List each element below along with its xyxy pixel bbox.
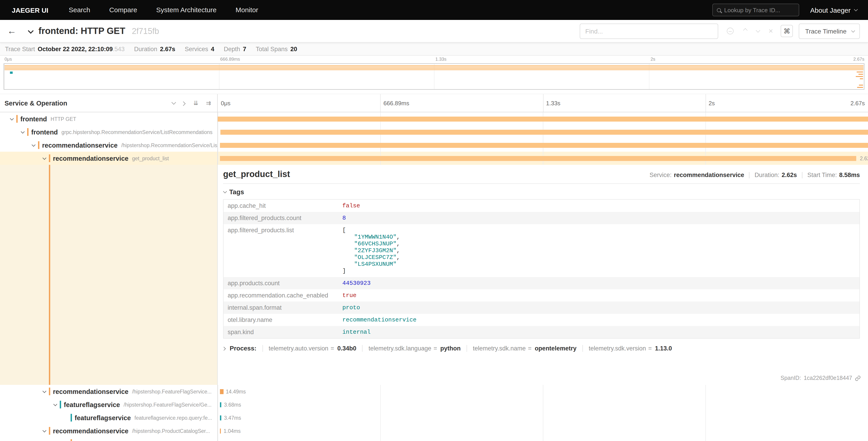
- span-bar[interactable]: [221, 129, 868, 135]
- minimap-tick: 0μs: [4, 57, 12, 62]
- span-timeline-cell[interactable]: [218, 125, 868, 139]
- expand-all-icon[interactable]: ⇉: [206, 100, 211, 106]
- span-row: recommendationservice /hipstershop.Recom…: [0, 139, 868, 152]
- span-timeline-cell[interactable]: [218, 437, 868, 441]
- span-timeline-cell[interactable]: [218, 139, 868, 152]
- span-service-name[interactable]: recommendationservice: [42, 142, 118, 149]
- span-bar[interactable]: [220, 415, 221, 420]
- span-detail-row: get_product_list Service:recommendations…: [0, 165, 868, 385]
- service-value: recommendationservice: [674, 172, 744, 178]
- span-timeline-cell[interactable]: 2.62s: [218, 152, 868, 165]
- find-result-controls: ×: [718, 27, 781, 35]
- span-toggle-icon[interactable]: [42, 390, 49, 393]
- clear-find-icon[interactable]: ×: [769, 27, 773, 35]
- span-toggle-icon[interactable]: [32, 144, 38, 146]
- app-brand[interactable]: JAEGER UI: [0, 6, 59, 14]
- collapse-trace-icon[interactable]: [28, 27, 32, 35]
- span-row: recommendationservice /hipstershop.Produ…: [0, 424, 868, 437]
- span-operation-name: /hipstershop.RecommendationService/Lis..…: [121, 142, 218, 148]
- nav-item-compare[interactable]: Compare: [100, 0, 147, 20]
- process-key: telemetry.sdk.version: [589, 345, 646, 352]
- nav-item-system-architecture[interactable]: System Architecture: [147, 0, 226, 20]
- span-timeline-cell[interactable]: [218, 112, 868, 125]
- circle-minus-icon[interactable]: [727, 28, 734, 34]
- summary-trace-start: Trace StartOctober 22 2022, 22:10:09.543: [5, 46, 125, 52]
- span-duration-label: 3.68ms: [224, 402, 241, 407]
- span-service-name[interactable]: recommendationservice: [53, 427, 128, 435]
- trace-title-text: frontend: HTTP GET: [38, 26, 125, 36]
- minimap-span-line: [4, 66, 864, 67]
- back-arrow-icon[interactable]: ←: [0, 26, 24, 36]
- minimap-canvas[interactable]: [4, 63, 864, 90]
- span-service-name[interactable]: frontend: [31, 128, 58, 136]
- span-timeline-cell[interactable]: 3.47ms: [218, 411, 868, 424]
- timeline-header: Service & Operation ⇊ ⇉ 0μs 666.89ms 1.3…: [0, 94, 868, 112]
- span-tree-cell[interactable]: frontend HTTP GET: [0, 112, 218, 125]
- about-jaeger-menu[interactable]: About Jaeger: [810, 6, 856, 14]
- span-tree-cell[interactable]: recommendationservice /hipstershop.Produ…: [0, 424, 218, 437]
- span-bar[interactable]: [220, 143, 868, 148]
- span-duration-label: 3.47ms: [224, 415, 241, 420]
- span-tree-cell[interactable]: recommendationservice /hipstershop.Featu…: [0, 385, 218, 398]
- span-bar[interactable]: [220, 156, 857, 161]
- previous-result-icon[interactable]: [743, 28, 748, 33]
- nav-item-search[interactable]: Search: [59, 0, 100, 20]
- span-tree-cell[interactable]: featureflagservice featureflagservice.re…: [0, 411, 218, 424]
- span-bar[interactable]: [220, 428, 221, 433]
- span-tree-cell[interactable]: recommendationservice /hipstershop.Recom…: [0, 139, 218, 152]
- span-service-name[interactable]: recommendationservice: [53, 388, 128, 395]
- span-toggle-icon[interactable]: [10, 118, 16, 120]
- span-toggle-icon[interactable]: [42, 430, 49, 432]
- span-bar[interactable]: [220, 402, 221, 407]
- collapse-all-icon[interactable]: ⇊: [193, 100, 198, 106]
- tag-key: app.recommendation.cache_enabled: [223, 289, 338, 301]
- span-bar[interactable]: [220, 389, 223, 394]
- span-timeline-cell[interactable]: 3.68ms: [218, 398, 868, 411]
- span-bar[interactable]: [218, 116, 868, 121]
- next-result-icon[interactable]: [756, 28, 760, 33]
- span-operation-name: HTTP GET: [51, 116, 76, 122]
- process-label: Process:: [230, 345, 256, 352]
- selected-span-guide-line: [49, 165, 50, 385]
- tag-json-list-value: ["1YMWWN1N4O","66VCHSJNUP","2ZYFJ3GM2N",…: [342, 227, 855, 274]
- tags-accordion[interactable]: Tags: [223, 188, 860, 196]
- span-timeline-cell[interactable]: 14.49ms: [218, 385, 868, 398]
- span-service-name[interactable]: featureflagservice: [75, 414, 131, 421]
- timeline-ruler: 0μs 666.89ms 1.33s 2s 2.67s: [218, 94, 868, 112]
- link-icon[interactable]: [855, 375, 861, 381]
- span-service-name[interactable]: frontend: [20, 115, 47, 122]
- minimap-span-line: [4, 68, 864, 69]
- meta-separator: [749, 172, 750, 178]
- trace-minimap: 0μs 666.89ms 1.33s 2s 2.67s: [0, 56, 868, 91]
- summary-total-spans: Total Spans20: [256, 46, 297, 52]
- span-tree-cell[interactable]: featureflagservice /hipstershop.FeatureF…: [0, 398, 218, 411]
- equals-sign: =: [434, 345, 437, 352]
- chevron-down-icon: [851, 29, 855, 32]
- tag-value: true: [342, 292, 356, 299]
- find-bar: × ⌘ Trace Timeline: [580, 23, 868, 39]
- trace-lookup-input[interactable]: [724, 6, 795, 13]
- tag-row: app.products.count 44530923: [223, 277, 860, 289]
- trace-view-selector[interactable]: Trace Timeline: [799, 23, 860, 39]
- keyboard-shortcuts-button[interactable]: ⌘: [781, 25, 793, 37]
- span-toggle-icon[interactable]: [21, 131, 27, 133]
- nav-right-group: About Jaeger: [713, 4, 868, 16]
- process-value: 0.34b0: [337, 345, 356, 352]
- span-toggle-icon[interactable]: [53, 404, 60, 406]
- collapse-one-icon[interactable]: [172, 100, 176, 105]
- summary-value: 4: [211, 46, 214, 52]
- find-input[interactable]: [580, 23, 718, 39]
- span-service-name[interactable]: recommendationservice: [53, 155, 128, 162]
- process-accordion[interactable]: Process: telemetry.auto.version=0.34b0 t…: [223, 345, 860, 352]
- span-tree-cell[interactable]: [0, 437, 218, 441]
- span-tree-cell[interactable]: recommendationservice get_product_list: [0, 152, 218, 165]
- span-tree-cell[interactable]: frontend grpc.hipstershop.Recommendation…: [0, 125, 218, 139]
- span-service-name[interactable]: featureflagservice: [64, 401, 120, 408]
- span-toggle-icon[interactable]: [42, 157, 49, 159]
- nav-item-monitor[interactable]: Monitor: [226, 0, 268, 20]
- span-timeline-cell[interactable]: 1.04ms: [218, 424, 868, 437]
- trace-lookup-box[interactable]: [713, 4, 800, 16]
- summary-label: Services: [185, 46, 208, 52]
- tag-key: app.products.count: [223, 277, 338, 289]
- expand-one-icon[interactable]: [181, 101, 186, 106]
